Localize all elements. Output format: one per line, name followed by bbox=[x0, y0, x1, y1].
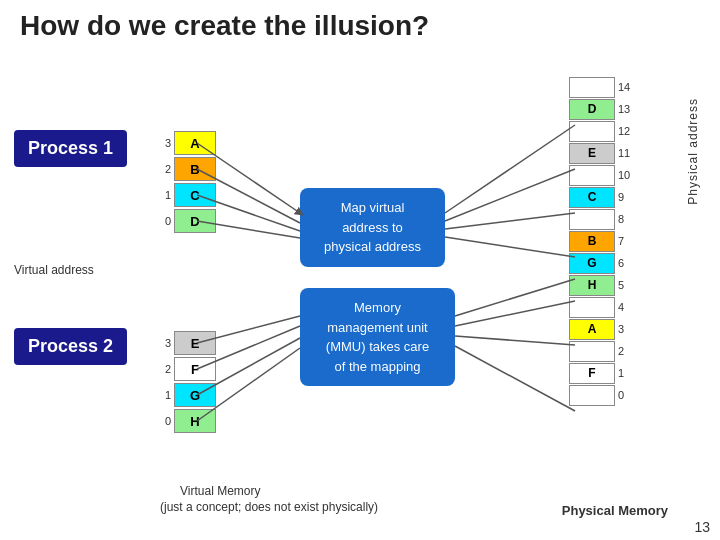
table-row: G 6 bbox=[569, 252, 638, 274]
virt-cell: A bbox=[174, 131, 216, 155]
virt-num: 2 bbox=[155, 363, 171, 375]
table-row: 10 bbox=[569, 164, 638, 186]
phys-num: 13 bbox=[618, 103, 638, 115]
phys-num: 10 bbox=[618, 169, 638, 181]
phys-num: 8 bbox=[618, 213, 638, 225]
svg-line-11 bbox=[445, 237, 575, 257]
virtual-address-label: Virtual address bbox=[14, 263, 94, 277]
virt-num: 0 bbox=[155, 415, 171, 427]
phys-cell: H bbox=[569, 275, 615, 296]
phys-cell bbox=[569, 209, 615, 230]
virt-num: 1 bbox=[155, 189, 171, 201]
phys-num: 1 bbox=[618, 367, 638, 379]
table-row: C 9 bbox=[569, 186, 638, 208]
svg-line-12 bbox=[455, 279, 575, 316]
phys-cell: E bbox=[569, 143, 615, 164]
table-row: 14 bbox=[569, 76, 638, 98]
table-row: A 3 bbox=[569, 318, 638, 340]
process1-blocks: 3 A 2 B 1 C 0 D bbox=[155, 130, 216, 234]
phys-cell: F bbox=[569, 363, 615, 384]
svg-line-10 bbox=[445, 213, 575, 229]
table-row: 0 bbox=[569, 384, 638, 406]
physical-memory-column: 14 D 13 12 E 11 10 C 9 8 B 7 G 6 H 5 bbox=[569, 76, 638, 406]
table-row: D 13 bbox=[569, 98, 638, 120]
physical-memory-bottom-label: Physical Memory bbox=[562, 503, 668, 518]
virt-num: 1 bbox=[155, 389, 171, 401]
phys-cell bbox=[569, 165, 615, 186]
svg-line-15 bbox=[455, 346, 575, 411]
map-virtual-box: Map virtual address to physical address bbox=[300, 188, 445, 267]
svg-line-8 bbox=[445, 125, 575, 213]
virt-cell: E bbox=[174, 331, 216, 355]
virt-cell: C bbox=[174, 183, 216, 207]
list-item: 2 B bbox=[155, 156, 216, 182]
phys-num: 3 bbox=[618, 323, 638, 335]
phys-num: 5 bbox=[618, 279, 638, 291]
phys-num: 0 bbox=[618, 389, 638, 401]
slide-number: 13 bbox=[694, 519, 710, 535]
list-item: 2 F bbox=[155, 356, 216, 382]
phys-cell bbox=[569, 341, 615, 362]
physical-address-label: Physical address bbox=[686, 98, 700, 205]
virt-cell: G bbox=[174, 383, 216, 407]
svg-line-14 bbox=[455, 336, 575, 345]
virt-num: 0 bbox=[155, 215, 171, 227]
svg-line-13 bbox=[455, 301, 575, 326]
phys-num: 6 bbox=[618, 257, 638, 269]
table-row: E 11 bbox=[569, 142, 638, 164]
virt-cell: H bbox=[174, 409, 216, 433]
virt-cell: F bbox=[174, 357, 216, 381]
list-item: 1 G bbox=[155, 382, 216, 408]
phys-num: 11 bbox=[618, 147, 638, 159]
phys-num: 7 bbox=[618, 235, 638, 247]
virt-num: 3 bbox=[155, 137, 171, 149]
virt-cell: D bbox=[174, 209, 216, 233]
svg-line-9 bbox=[445, 169, 575, 221]
list-item: 1 C bbox=[155, 182, 216, 208]
table-row: H 5 bbox=[569, 274, 638, 296]
mmu-box: Memory management unit (MMU) takes care … bbox=[300, 288, 455, 386]
phys-cell: C bbox=[569, 187, 615, 208]
table-row: F 1 bbox=[569, 362, 638, 384]
phys-cell: B bbox=[569, 231, 615, 252]
virtual-memory-label1: Virtual Memory bbox=[180, 484, 260, 498]
phys-num: 12 bbox=[618, 125, 638, 137]
virt-num: 2 bbox=[155, 163, 171, 175]
list-item: 0 H bbox=[155, 408, 216, 434]
list-item: 0 D bbox=[155, 208, 216, 234]
table-row: B 7 bbox=[569, 230, 638, 252]
phys-cell bbox=[569, 385, 615, 406]
virt-cell: B bbox=[174, 157, 216, 181]
phys-num: 9 bbox=[618, 191, 638, 203]
list-item: 3 E bbox=[155, 330, 216, 356]
table-row: 2 bbox=[569, 340, 638, 362]
phys-num: 14 bbox=[618, 81, 638, 93]
phys-cell: G bbox=[569, 253, 615, 274]
phys-cell bbox=[569, 77, 615, 98]
phys-num: 2 bbox=[618, 345, 638, 357]
virtual-memory-label2: (just a concept; does not exist physical… bbox=[160, 500, 378, 514]
list-item: 3 A bbox=[155, 130, 216, 156]
phys-cell: D bbox=[569, 99, 615, 120]
page-title: How do we create the illusion? bbox=[0, 0, 720, 42]
phys-cell bbox=[569, 121, 615, 142]
table-row: 12 bbox=[569, 120, 638, 142]
table-row: 8 bbox=[569, 208, 638, 230]
phys-cell: A bbox=[569, 319, 615, 340]
process2-blocks: 3 E 2 F 1 G 0 H bbox=[155, 330, 216, 434]
phys-num: 4 bbox=[618, 301, 638, 313]
phys-cell bbox=[569, 297, 615, 318]
process1-label: Process 1 bbox=[14, 130, 127, 167]
table-row: 4 bbox=[569, 296, 638, 318]
process2-label: Process 2 bbox=[14, 328, 127, 365]
virt-num: 3 bbox=[155, 337, 171, 349]
